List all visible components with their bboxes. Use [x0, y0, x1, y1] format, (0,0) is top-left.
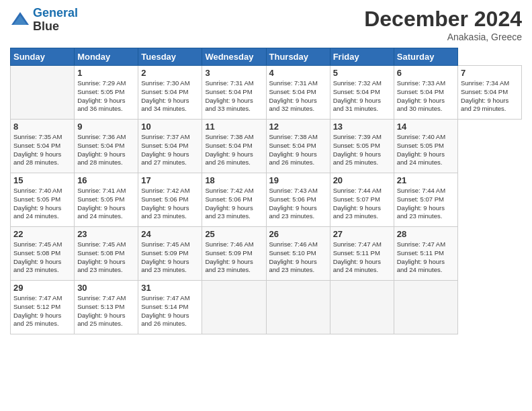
- month-title: December 2024: [364, 7, 522, 32]
- col-thursday: Thursday: [266, 48, 330, 66]
- table-row: 12Sunrise: 7:38 AMSunset: 5:04 PMDayligh…: [266, 120, 330, 173]
- table-row: 31Sunrise: 7:47 AMSunset: 5:14 PMDayligh…: [138, 281, 202, 334]
- header: General Blue December 2024 Anakasia, Gre…: [10, 7, 522, 42]
- table-row: 18Sunrise: 7:42 AMSunset: 5:06 PMDayligh…: [202, 173, 266, 227]
- logo-text: General Blue: [33, 7, 78, 34]
- col-monday: Monday: [75, 48, 138, 66]
- page-container: General Blue December 2024 Anakasia, Gre…: [0, 0, 532, 341]
- col-sunday: Sunday: [11, 48, 75, 66]
- col-tuesday: Tuesday: [138, 48, 202, 66]
- col-wednesday: Wednesday: [202, 48, 266, 66]
- table-row: 10Sunrise: 7:37 AMSunset: 5:04 PMDayligh…: [138, 120, 202, 173]
- location: Anakasia, Greece: [364, 32, 522, 42]
- table-row: 15Sunrise: 7:40 AMSunset: 5:05 PMDayligh…: [11, 173, 75, 227]
- table-row: 7Sunrise: 7:34 AMSunset: 5:04 PMDaylight…: [457, 66, 521, 120]
- table-row: 28Sunrise: 7:47 AMSunset: 5:11 PMDayligh…: [394, 227, 457, 281]
- table-row: 5Sunrise: 7:32 AMSunset: 5:04 PMDaylight…: [330, 66, 394, 120]
- table-row: 17Sunrise: 7:42 AMSunset: 5:06 PMDayligh…: [138, 173, 202, 227]
- table-row: 30Sunrise: 7:47 AMSunset: 5:13 PMDayligh…: [75, 281, 138, 334]
- table-row: 24Sunrise: 7:45 AMSunset: 5:09 PMDayligh…: [138, 227, 202, 281]
- table-row: 2Sunrise: 7:30 AMSunset: 5:04 PMDaylight…: [138, 66, 202, 120]
- table-row: 16Sunrise: 7:41 AMSunset: 5:05 PMDayligh…: [75, 173, 138, 227]
- calendar-week-5: 29Sunrise: 7:47 AMSunset: 5:12 PMDayligh…: [11, 281, 522, 334]
- col-friday: Friday: [330, 48, 394, 66]
- table-row: 22Sunrise: 7:45 AMSunset: 5:08 PMDayligh…: [11, 227, 75, 281]
- table-row: 27Sunrise: 7:47 AMSunset: 5:11 PMDayligh…: [330, 227, 394, 281]
- table-row: 13Sunrise: 7:39 AMSunset: 5:05 PMDayligh…: [330, 120, 394, 173]
- table-row: 19Sunrise: 7:43 AMSunset: 5:06 PMDayligh…: [266, 173, 330, 227]
- table-row: [394, 281, 457, 334]
- calendar-week-4: 22Sunrise: 7:45 AMSunset: 5:08 PMDayligh…: [11, 227, 522, 281]
- table-row: 21Sunrise: 7:44 AMSunset: 5:07 PMDayligh…: [394, 173, 457, 227]
- table-row: 9Sunrise: 7:36 AMSunset: 5:04 PMDaylight…: [75, 120, 138, 173]
- table-row: 14Sunrise: 7:40 AMSunset: 5:05 PMDayligh…: [394, 120, 457, 173]
- table-row: 8Sunrise: 7:35 AMSunset: 5:04 PMDaylight…: [11, 120, 75, 173]
- logo: General Blue: [10, 7, 78, 34]
- table-row: 23Sunrise: 7:45 AMSunset: 5:08 PMDayligh…: [75, 227, 138, 281]
- table-row: 29Sunrise: 7:47 AMSunset: 5:12 PMDayligh…: [11, 281, 75, 334]
- table-row: 3Sunrise: 7:31 AMSunset: 5:04 PMDaylight…: [202, 66, 266, 120]
- table-row: 11Sunrise: 7:38 AMSunset: 5:04 PMDayligh…: [202, 120, 266, 173]
- table-row: 4Sunrise: 7:31 AMSunset: 5:04 PMDaylight…: [266, 66, 330, 120]
- title-section: December 2024 Anakasia, Greece: [364, 7, 522, 42]
- header-row: Sunday Monday Tuesday Wednesday Thursday…: [11, 48, 522, 66]
- table-row: [266, 281, 330, 334]
- table-row: 1Sunrise: 7:29 AMSunset: 5:05 PMDaylight…: [75, 66, 138, 120]
- col-saturday: Saturday: [394, 48, 457, 66]
- table-row: [202, 281, 266, 334]
- calendar-table: Sunday Monday Tuesday Wednesday Thursday…: [10, 48, 522, 334]
- table-row: 6Sunrise: 7:33 AMSunset: 5:04 PMDaylight…: [394, 66, 457, 120]
- calendar-week-3: 15Sunrise: 7:40 AMSunset: 5:05 PMDayligh…: [11, 173, 522, 227]
- table-row: 25Sunrise: 7:46 AMSunset: 5:09 PMDayligh…: [202, 227, 266, 281]
- logo-icon: [10, 10, 30, 30]
- table-row: [330, 281, 394, 334]
- table-row: [11, 66, 75, 120]
- table-row: 26Sunrise: 7:46 AMSunset: 5:10 PMDayligh…: [266, 227, 330, 281]
- calendar-week-2: 8Sunrise: 7:35 AMSunset: 5:04 PMDaylight…: [11, 120, 522, 173]
- calendar-week-1: 1Sunrise: 7:29 AMSunset: 5:05 PMDaylight…: [11, 66, 522, 120]
- table-row: 20Sunrise: 7:44 AMSunset: 5:07 PMDayligh…: [330, 173, 394, 227]
